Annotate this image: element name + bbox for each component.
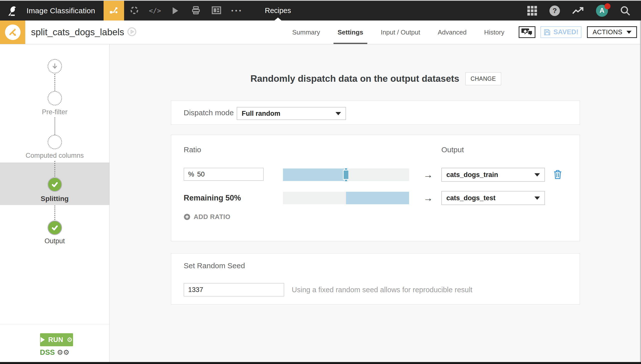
play-icon bbox=[41, 337, 45, 342]
step-connector bbox=[54, 161, 55, 176]
avatar-initial: A bbox=[599, 7, 604, 14]
nav-flow-button[interactable] bbox=[104, 1, 124, 20]
trending-up-icon bbox=[572, 6, 584, 15]
settings-pane: Randomly dispatch data on the output dat… bbox=[110, 44, 641, 362]
ratio-percent-input[interactable]: % 50 bbox=[184, 168, 264, 181]
chevron-down-icon bbox=[534, 173, 540, 176]
split-recipe-icon bbox=[5, 24, 21, 40]
step-computed-columns-circle[interactable] bbox=[48, 135, 62, 149]
dataiku-logo-icon[interactable] bbox=[5, 4, 18, 17]
breadcrumb-label: Recipes bbox=[265, 6, 291, 15]
percent-value: 50 bbox=[197, 170, 205, 178]
actions-label: ACTIONS bbox=[592, 28, 622, 36]
breadcrumb-pointer bbox=[274, 18, 281, 20]
recipe-title: split_cats_dogs_labels bbox=[31, 27, 124, 38]
flow-icon bbox=[109, 6, 119, 16]
discussions-button[interactable] bbox=[519, 26, 535, 38]
step-computed-columns-label[interactable]: Computed columns bbox=[0, 152, 109, 160]
output-dataset-select-2[interactable]: cats_dogs_test bbox=[441, 191, 545, 205]
user-avatar[interactable]: A bbox=[596, 5, 608, 17]
run-settings-gear-icon[interactable]: ⚙ bbox=[67, 336, 73, 344]
code-icon: </> bbox=[149, 7, 161, 14]
save-floppy-icon bbox=[543, 28, 551, 36]
step-output-label[interactable]: Output bbox=[0, 237, 109, 245]
dispatch-mode-select[interactable]: Full random bbox=[237, 107, 346, 120]
chevron-down-icon bbox=[626, 31, 631, 34]
nav-lab-button[interactable] bbox=[124, 1, 145, 20]
maps-to-arrow: → bbox=[423, 170, 433, 180]
apps-grid-button[interactable] bbox=[527, 6, 537, 16]
nav-run-button[interactable] bbox=[165, 1, 186, 20]
ratio-card: Ratio Output % 50 → cats_dogs_train bbox=[171, 135, 580, 241]
step-connector bbox=[54, 206, 55, 220]
chevron-down-icon bbox=[336, 112, 341, 115]
output-dataset-value-1: cats_dogs_train bbox=[446, 171, 498, 179]
project-title[interactable]: Image Classification bbox=[27, 6, 95, 15]
step-output-circle[interactable] bbox=[48, 220, 62, 235]
scrollbar[interactable] bbox=[640, 20, 641, 362]
chat-bubbles-icon bbox=[521, 28, 533, 37]
apps-grid-icon bbox=[527, 6, 537, 16]
slider-handle-grip[interactable] bbox=[343, 170, 349, 180]
nav-jobs-button[interactable] bbox=[186, 1, 206, 20]
nav-code-button[interactable]: </> bbox=[145, 1, 165, 20]
arrow-down-icon bbox=[51, 62, 59, 70]
seed-input[interactable] bbox=[184, 283, 284, 296]
step-splitting-label[interactable]: Splitting bbox=[0, 195, 109, 203]
delete-ratio-button[interactable] bbox=[553, 170, 562, 180]
metrics-trend-button[interactable] bbox=[572, 6, 584, 15]
dispatch-mode-label: Dispatch mode bbox=[184, 108, 234, 117]
page-title: Randomly dispatch data on the output dat… bbox=[250, 74, 459, 84]
run-button[interactable]: RUN ⚙ bbox=[40, 333, 73, 346]
run-label: RUN bbox=[48, 336, 63, 344]
output-header: Output bbox=[441, 146, 464, 154]
tab-input-output[interactable]: Input / Output bbox=[381, 20, 420, 44]
output-dataset-select-1[interactable]: cats_dogs_train bbox=[441, 168, 545, 182]
tab-summary[interactable]: Summary bbox=[292, 20, 320, 44]
navbar-sections: </> bbox=[104, 1, 247, 20]
top-navbar: Image Classification bbox=[0, 0, 641, 20]
dispatch-mode-value: Full random bbox=[242, 110, 280, 118]
search-button[interactable] bbox=[620, 6, 630, 16]
recipe-tabs: Summary Settings Input / Output Advanced… bbox=[292, 20, 504, 44]
saved-label: SAVED! bbox=[553, 28, 578, 36]
change-button[interactable]: CHANGE bbox=[465, 72, 501, 85]
help-button[interactable]: ? bbox=[549, 6, 560, 16]
split-recipe-icon-tile[interactable] bbox=[0, 20, 25, 44]
add-ratio-label: ADD RATIO bbox=[194, 213, 230, 221]
breadcrumb-recipes[interactable]: Recipes bbox=[260, 1, 295, 20]
tab-advanced[interactable]: Advanced bbox=[438, 20, 467, 44]
nav-more-button[interactable]: ••• bbox=[227, 1, 247, 20]
ratio-slider-1[interactable] bbox=[283, 168, 409, 181]
step-splitting-circle[interactable] bbox=[48, 177, 62, 192]
step-input-circle[interactable] bbox=[48, 59, 62, 74]
actions-button[interactable]: ACTIONS bbox=[587, 26, 637, 38]
seed-header: Set Random Seed bbox=[184, 262, 245, 270]
check-icon bbox=[51, 181, 59, 188]
slider-fill bbox=[283, 168, 346, 181]
output-dataset-value-2: cats_dogs_test bbox=[446, 194, 496, 202]
add-ratio-button[interactable]: ADD RATIO bbox=[184, 213, 230, 221]
ellipsis-icon: ••• bbox=[231, 7, 243, 14]
ratio-header: Ratio bbox=[184, 146, 201, 154]
step-pre-filter-label[interactable]: Pre-filter bbox=[0, 108, 109, 116]
engine-indicator[interactable]: DSS ⚙⚙ bbox=[0, 348, 109, 356]
run-section: RUN ⚙ DSS ⚙⚙ bbox=[0, 324, 109, 362]
bottom-statusbar-edge bbox=[0, 362, 641, 364]
help-icon: ? bbox=[549, 6, 560, 16]
tab-history[interactable]: History bbox=[484, 20, 504, 44]
engine-gears-icon: ⚙⚙ bbox=[57, 348, 69, 356]
percent-prefix: % bbox=[188, 170, 194, 178]
nav-dashboard-button[interactable] bbox=[206, 1, 227, 20]
trash-icon bbox=[553, 170, 562, 180]
remaining-ratio-label: Remaining 50% bbox=[184, 194, 241, 202]
app-window: Image Classification bbox=[0, 0, 641, 364]
steps-sidebar: Pre-filter Computed columns Splitting Ou… bbox=[0, 44, 110, 362]
tab-settings[interactable]: Settings bbox=[338, 20, 363, 44]
ratio-slider-2[interactable] bbox=[283, 192, 409, 204]
dashboard-icon bbox=[212, 6, 221, 15]
slider-fill bbox=[346, 192, 409, 204]
navigate-compass-icon[interactable] bbox=[127, 27, 137, 38]
step-pre-filter-circle[interactable] bbox=[48, 91, 62, 106]
engine-label: DSS bbox=[40, 348, 55, 356]
